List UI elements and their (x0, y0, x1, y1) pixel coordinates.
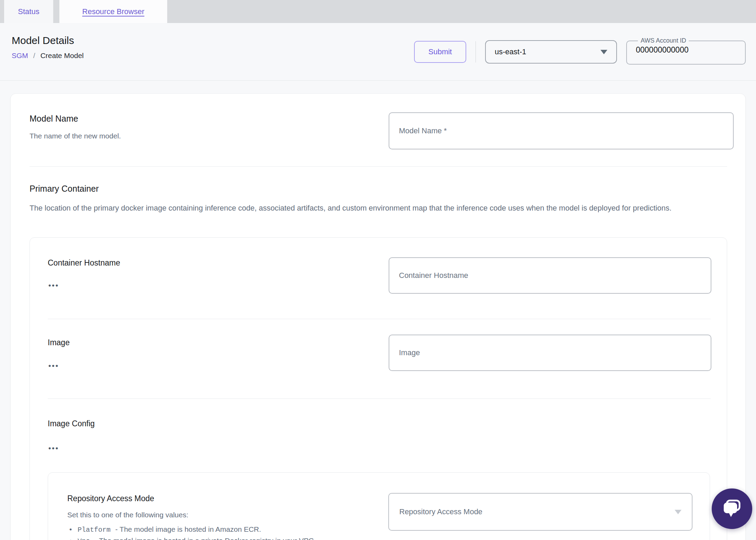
tab-status[interactable]: Status (4, 0, 53, 23)
repository-access-mode-options-list: Platform - The model image is hosted in … (67, 524, 376, 540)
image-config-label: Image Config (48, 419, 95, 428)
caret-down-icon (600, 50, 607, 54)
caret-down-icon (675, 510, 681, 514)
repository-access-mode-select[interactable]: Repository Access Mode (388, 493, 692, 531)
image-heading: Image (48, 338, 70, 347)
repository-access-mode-select-placeholder: Repository Access Mode (399, 507, 482, 516)
tab-resource-browser-label: Resource Browser (82, 7, 145, 16)
option-vpc-item: Vpc - The model image is hosted in a pri… (78, 535, 376, 540)
model-name-description: The name of the new model. (30, 132, 121, 140)
image-config-heading: Image Config (48, 419, 95, 428)
breadcrumb-current: Create Model (41, 52, 84, 60)
submit-button[interactable]: Submit (414, 41, 466, 63)
region-select-value: us-east-1 (495, 47, 526, 56)
row-divider (48, 398, 711, 399)
aws-account-id-label: AWS Account ID (638, 37, 689, 44)
aws-account-id-field: AWS Account ID (626, 37, 746, 65)
option-platform-item: Platform - The model image is hosted in … (78, 524, 376, 535)
primary-container-group: Container Hostname ••• Image ••• Image C… (30, 237, 727, 540)
tab-status-label: Status (18, 7, 39, 16)
container-hostname-ellipsis-expander-icon[interactable]: ••• (47, 281, 60, 290)
primary-container-section: Primary Container The location of the pr… (30, 184, 732, 215)
repository-access-mode-select-wrap: Repository Access Mode (388, 493, 692, 531)
row-divider (48, 319, 711, 319)
option-vpc-text: - The model image is hosted in a private… (95, 537, 316, 540)
page-heading: Model Details SGM / Create Model (12, 35, 84, 60)
page: Status Resource Browser Model Details SG… (0, 0, 756, 540)
aws-account-id-input[interactable] (635, 45, 731, 55)
option-platform-text: - The model image is hosted in Amazon EC… (115, 525, 261, 533)
header-divider (476, 41, 476, 63)
page-title: Model Details (12, 35, 84, 47)
image-config-ellipsis-expander-icon[interactable]: ••• (47, 444, 60, 452)
image-ellipsis-expander-icon[interactable]: ••• (47, 361, 60, 370)
model-details-card: Model Name The name of the new model. Pr… (10, 93, 746, 540)
repository-access-mode-heading: Repository Access Mode (67, 494, 376, 503)
image-label: Image (48, 338, 70, 347)
section-divider (30, 166, 727, 167)
repository-access-mode-description: Set this to one of the following values: (67, 511, 376, 519)
model-name-heading: Model Name (30, 114, 121, 124)
repository-access-mode-card: Repository Access Mode Set this to one o… (48, 472, 710, 540)
breadcrumb: SGM / Create Model (12, 52, 84, 60)
chat-widget-button[interactable] (712, 488, 752, 529)
container-hostname-label: Container Hostname (48, 258, 120, 268)
model-name-input[interactable] (389, 112, 734, 149)
tab-resource-browser[interactable]: Resource Browser (59, 0, 167, 23)
container-hostname-input-wrap (389, 257, 711, 294)
repository-access-mode-section: Repository Access Mode Set this to one o… (67, 494, 376, 540)
breadcrumb-separator: / (33, 52, 35, 60)
chat-icon (721, 498, 743, 520)
tab-bar: Status Resource Browser (0, 0, 756, 23)
primary-container-heading: Primary Container (30, 184, 732, 194)
primary-container-description: The location of the primary docker image… (30, 201, 716, 215)
container-hostname-input[interactable] (389, 257, 711, 294)
image-input-wrap (389, 335, 711, 371)
option-platform-code: Platform (78, 526, 111, 534)
image-input[interactable] (389, 335, 711, 371)
page-header: Model Details SGM / Create Model Submit … (0, 23, 756, 81)
region-select[interactable]: us-east-1 (485, 40, 617, 64)
header-actions: Submit us-east-1 AWS Account ID (414, 23, 746, 81)
option-vpc-code: Vpc (78, 537, 90, 540)
container-hostname-heading: Container Hostname (48, 258, 120, 268)
model-name-section: Model Name The name of the new model. (30, 114, 121, 140)
breadcrumb-root-link[interactable]: SGM (12, 52, 28, 60)
model-name-input-wrap (389, 112, 734, 149)
